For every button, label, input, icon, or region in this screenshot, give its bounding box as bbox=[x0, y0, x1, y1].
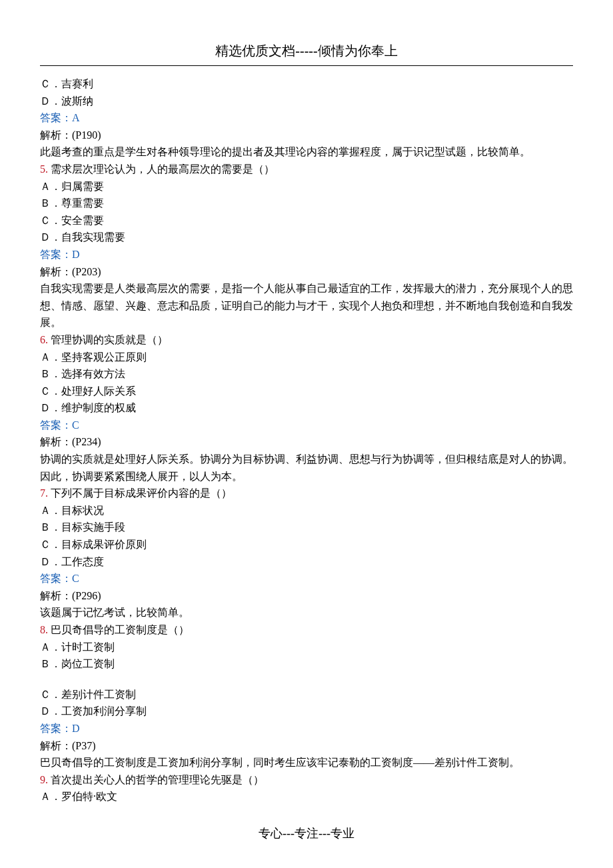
page-header-title: 精选优质文档-----倾情为你奉上 bbox=[40, 40, 573, 61]
q4-analysis-text: 此题考查的重点是学生对各种领导理论的提出者及其理论内容的掌握程度，属于识记型试题… bbox=[40, 143, 573, 161]
q5-number: 5. bbox=[40, 163, 48, 175]
q4-option-d: Ｄ．波斯纳 bbox=[40, 93, 573, 110]
q7-text: 下列不属于目标成果评价内容的是（） bbox=[48, 487, 232, 499]
q6-analysis-ref: 解析：(P234) bbox=[40, 433, 573, 451]
header-divider bbox=[40, 65, 573, 66]
q7-number: 7. bbox=[40, 487, 48, 499]
q7-answer: 答案：C bbox=[40, 570, 573, 587]
q7-option-d: Ｄ．工作态度 bbox=[40, 553, 573, 571]
q5-stem: 5. 需求层次理论认为，人的最高层次的需要是（） bbox=[40, 161, 573, 178]
q6-option-a: Ａ．坚持客观公正原则 bbox=[40, 349, 573, 366]
q6-text: 管理协调的实质就是（） bbox=[48, 334, 168, 345]
q6-option-b: Ｂ．选择有效方法 bbox=[40, 365, 573, 383]
q4-analysis-ref: 解析：(P190) bbox=[40, 127, 573, 144]
q7-stem: 7. 下列不属于目标成果评价内容的是（） bbox=[40, 485, 573, 502]
q8-text: 巴贝奇倡导的工资制度是（） bbox=[48, 624, 189, 635]
q5-analysis-text: 自我实现需要是人类最高层次的需要，是指一个人能从事自己最适宜的工作，发挥最大的潜… bbox=[40, 280, 573, 331]
q9-stem: 9. 首次提出关心人的哲学的管理理论先驱是（） bbox=[40, 771, 573, 789]
q8-option-a: Ａ．计时工资制 bbox=[40, 639, 573, 656]
q8-option-d: Ｄ．工资加利润分享制 bbox=[40, 703, 573, 720]
q9-text: 首次提出关心人的哲学的管理理论先驱是（） bbox=[48, 774, 264, 785]
q5-option-d: Ｄ．自我实现需要 bbox=[40, 229, 573, 246]
q5-option-c: Ｃ．安全需要 bbox=[40, 212, 573, 229]
q6-option-c: Ｃ．处理好人际关系 bbox=[40, 383, 573, 400]
q6-answer: 答案：C bbox=[40, 417, 573, 434]
q5-text: 需求层次理论认为，人的最高层次的需要是（） bbox=[48, 163, 275, 175]
q5-option-b: Ｂ．尊重需要 bbox=[40, 195, 573, 212]
q7-option-b: Ｂ．目标实施手段 bbox=[40, 519, 573, 536]
q5-analysis-ref: 解析：(P203) bbox=[40, 263, 573, 281]
q6-stem: 6. 管理协调的实质就是（） bbox=[40, 331, 573, 349]
page-footer: 专心---专注---专业 bbox=[40, 824, 573, 843]
q4-answer: 答案：A bbox=[40, 109, 573, 127]
q6-analysis-text: 协调的实质就是处理好人际关系。协调分为目标协调、利益协调、思想与行为协调等，但归… bbox=[40, 451, 573, 485]
q4-option-c: Ｃ．吉赛利 bbox=[40, 75, 573, 93]
q8-number: 8. bbox=[40, 624, 48, 635]
q8-stem: 8. 巴贝奇倡导的工资制度是（） bbox=[40, 621, 573, 639]
q5-answer: 答案：D bbox=[40, 246, 573, 263]
q8-answer: 答案：D bbox=[40, 720, 573, 737]
q8-option-c: Ｃ．差别计件工资制 bbox=[40, 686, 573, 703]
q6-option-d: Ｄ．维护制度的权威 bbox=[40, 399, 573, 417]
q9-option-a: Ａ．罗伯特·欧文 bbox=[40, 788, 573, 805]
q8-option-b: Ｂ．岗位工资制 bbox=[40, 655, 573, 673]
blank-gap bbox=[40, 673, 573, 686]
q5-option-a: Ａ．归属需要 bbox=[40, 178, 573, 195]
q9-number: 9. bbox=[40, 774, 48, 785]
q6-number: 6. bbox=[40, 334, 48, 345]
q7-analysis-ref: 解析：(P296) bbox=[40, 587, 573, 605]
q7-option-c: Ｃ．目标成果评价原则 bbox=[40, 536, 573, 553]
q8-analysis-ref: 解析：(P37) bbox=[40, 737, 573, 755]
q7-option-a: Ａ．目标状况 bbox=[40, 502, 573, 519]
q8-analysis-text: 巴贝奇倡导的工资制度是工资加利润分享制，同时考生应该牢记泰勒的工资制度——差别计… bbox=[40, 754, 573, 771]
q7-analysis-text: 该题属于记忆考试，比较简单。 bbox=[40, 604, 573, 621]
